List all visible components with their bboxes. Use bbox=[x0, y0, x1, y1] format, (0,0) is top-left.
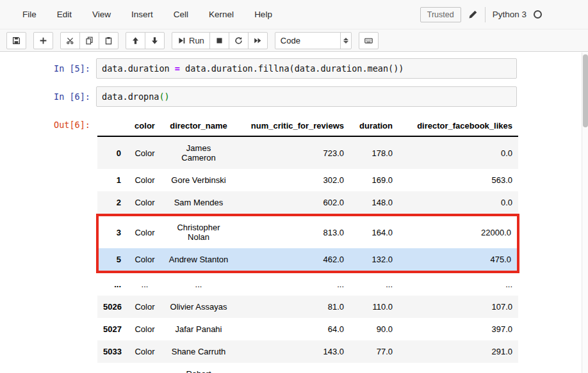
table-cell: Gore Verbinski bbox=[163, 169, 234, 191]
table-row: 5026ColorOlivier Assayas81.0110.0107.0 bbox=[97, 296, 518, 318]
paste-cell-button[interactable] bbox=[99, 32, 118, 49]
table-cell: 110.0 bbox=[350, 296, 398, 318]
table-cell: Color bbox=[127, 363, 163, 373]
move-cell-up-button[interactable] bbox=[126, 32, 145, 49]
table-cell: 77.0 bbox=[350, 340, 398, 363]
table-cell: 143.0 bbox=[234, 340, 350, 363]
restart-kernel-button[interactable] bbox=[229, 32, 249, 49]
divider bbox=[485, 7, 486, 22]
dataframe-output: colordirector_namenum_critic_for_reviews… bbox=[96, 115, 517, 373]
edit-title-pencil-icon[interactable] bbox=[468, 10, 478, 19]
row-index: 1 bbox=[97, 169, 127, 191]
table-cell: 81.0 bbox=[234, 296, 350, 318]
table-cell: 178.0 bbox=[350, 136, 398, 169]
run-button[interactable]: Run bbox=[172, 32, 210, 49]
code-input[interactable]: data.duration = data.duration.fillna(dat… bbox=[96, 58, 517, 79]
column-header: director_name bbox=[163, 116, 234, 136]
arrow-up-icon bbox=[131, 36, 140, 45]
table-cell: ... bbox=[398, 272, 518, 296]
table-cell: James Cameron bbox=[163, 136, 234, 169]
column-header: color bbox=[127, 116, 163, 136]
table-header-row: colordirector_namenum_critic_for_reviews… bbox=[97, 116, 518, 136]
menu-item-cell[interactable]: Cell bbox=[163, 5, 199, 24]
table-row: 3ColorChristopher Nolan813.0164.022000.0 bbox=[97, 215, 518, 248]
trusted-badge[interactable]: Trusted bbox=[420, 7, 461, 22]
move-cell-down-button[interactable] bbox=[145, 32, 165, 49]
row-index: 3 bbox=[97, 215, 127, 248]
table-cell: Jafar Panahi bbox=[163, 318, 234, 340]
table-cell: 169.0 bbox=[350, 169, 398, 191]
save-icon bbox=[12, 36, 20, 45]
paste-icon bbox=[104, 36, 113, 45]
table-cell: 462.0 bbox=[234, 248, 350, 272]
table-cell: Color bbox=[127, 136, 163, 169]
table-cell: 813.0 bbox=[234, 215, 350, 248]
menu-bar: FileEditViewInsertCellKernelHelp Trusted… bbox=[0, 0, 588, 29]
code-cell-5: In [5]: data.duration = data.duration.fi… bbox=[0, 58, 588, 79]
table-cell: 0.0 bbox=[398, 191, 518, 215]
table-cell: 107.0 bbox=[398, 296, 518, 318]
output-cell-6: Out[6]: colordirector_namenum_critic_for… bbox=[0, 115, 588, 373]
add-cell-button[interactable] bbox=[33, 32, 53, 49]
run-button-label: Run bbox=[189, 36, 204, 45]
vertical-scrollbar[interactable] bbox=[582, 52, 588, 373]
row-index: 5026 bbox=[97, 296, 127, 318]
input-prompt: In [5]: bbox=[0, 58, 96, 79]
table-row: 1ColorGore Verbinski302.0169.0563.0 bbox=[97, 169, 518, 191]
save-button[interactable] bbox=[6, 32, 26, 49]
table-row: 5027ColorJafar Panahi64.090.0397.0 bbox=[97, 318, 518, 340]
table-cell: Olivier Assayas bbox=[163, 296, 234, 318]
menu-item-view[interactable]: View bbox=[82, 5, 121, 24]
table-cell: Andrew Stanton bbox=[163, 248, 234, 272]
menu-item-file[interactable]: File bbox=[12, 5, 47, 24]
table-row: 5035ColorRobert Rodriguez56.081.00.0 bbox=[97, 363, 518, 373]
row-index: 0 bbox=[97, 136, 127, 169]
table-cell: 90.0 bbox=[350, 318, 398, 340]
table-cell: 22000.0 bbox=[398, 215, 518, 248]
scrollbar-thumb[interactable] bbox=[583, 54, 588, 127]
restart-run-all-button[interactable] bbox=[248, 32, 268, 49]
table-cell: Robert Rodriguez bbox=[163, 363, 234, 373]
table-cell: 81.0 bbox=[350, 363, 398, 373]
toolbar: Run Code bbox=[0, 29, 588, 52]
row-index: 2 bbox=[97, 191, 127, 215]
table-cell: 148.0 bbox=[350, 191, 398, 215]
table-cell: Color bbox=[127, 248, 163, 272]
menu-item-insert[interactable]: Insert bbox=[121, 5, 163, 24]
keyboard-icon bbox=[364, 36, 373, 45]
notebook-area: In [5]: data.duration = data.duration.fi… bbox=[0, 52, 588, 373]
row-index: ... bbox=[97, 272, 127, 296]
row-index: 5 bbox=[97, 248, 127, 272]
table-cell: 164.0 bbox=[350, 215, 398, 248]
menu-item-help[interactable]: Help bbox=[244, 5, 282, 24]
stop-icon bbox=[215, 36, 224, 45]
table-cell: 132.0 bbox=[350, 248, 398, 272]
copy-cell-button[interactable] bbox=[79, 32, 99, 49]
interrupt-kernel-button[interactable] bbox=[209, 32, 229, 49]
command-palette-button[interactable] bbox=[359, 32, 379, 49]
menu-item-kernel[interactable]: Kernel bbox=[199, 5, 244, 24]
table-cell: ... bbox=[234, 272, 350, 296]
table-cell: 0.0 bbox=[398, 136, 518, 169]
output-prompt: Out[6]: bbox=[0, 115, 96, 373]
table-row: 2ColorSam Mendes602.0148.00.0 bbox=[97, 191, 518, 215]
menu-item-edit[interactable]: Edit bbox=[47, 5, 82, 24]
table-cell: 563.0 bbox=[398, 169, 518, 191]
restart-icon bbox=[234, 36, 243, 45]
cell-type-value: Code bbox=[275, 36, 340, 45]
table-cell: 56.0 bbox=[234, 363, 350, 373]
code-cell-6: In [6]: data.dropna() bbox=[0, 86, 588, 107]
scissors-icon bbox=[66, 36, 74, 45]
table-cell: Color bbox=[127, 318, 163, 340]
plus-icon bbox=[39, 36, 47, 45]
cell-type-dropdown[interactable]: Code bbox=[275, 32, 352, 49]
menu: FileEditViewInsertCellKernelHelp bbox=[12, 5, 282, 24]
table-cell: Color bbox=[127, 191, 163, 215]
cut-cell-button[interactable] bbox=[60, 32, 80, 49]
table-cell: Color bbox=[127, 169, 163, 191]
table-cell: 602.0 bbox=[234, 191, 350, 215]
code-input[interactable]: data.dropna() bbox=[96, 86, 517, 107]
column-header: director_facebook_likes bbox=[398, 116, 518, 136]
column-header bbox=[97, 116, 127, 136]
table-row: 0ColorJames Cameron723.0178.00.0 bbox=[97, 136, 518, 169]
